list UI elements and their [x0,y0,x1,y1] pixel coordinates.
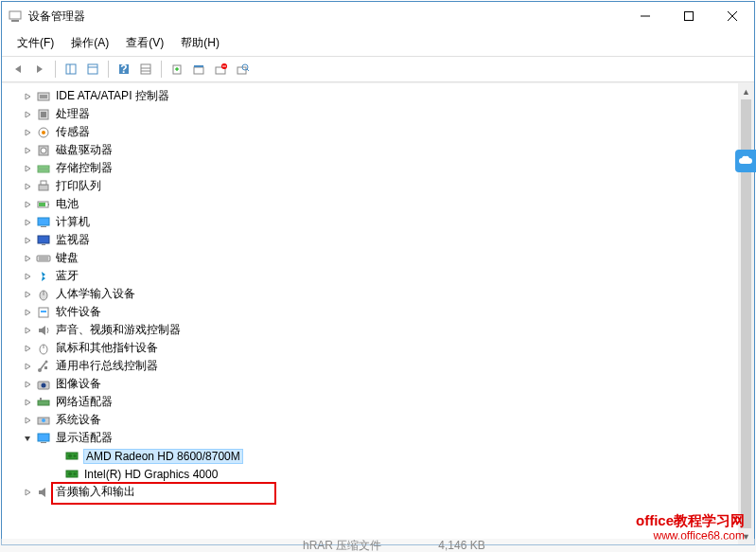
expand-icon[interactable] [21,180,34,193]
display-icon [36,431,51,446]
tree-node[interactable]: 人体学输入设备 [2,285,738,303]
tree-node-label: 声音、视频和游戏控制器 [56,322,181,338]
tree-node-label: 计算机 [56,214,90,230]
tree-node[interactable]: 监视器 [2,231,738,249]
svg-rect-40 [41,226,46,227]
svg-rect-1 [11,20,19,22]
tree-node[interactable]: 网络适配器 [2,393,738,411]
show-hide-button[interactable] [61,59,81,80]
camera-icon [36,377,51,392]
menu-help[interactable]: 帮助(H) [173,32,227,54]
expand-icon[interactable] [21,414,34,427]
cloud-tab-icon[interactable] [735,150,756,172]
tree-node-label: 打印队列 [56,178,101,194]
view-button[interactable] [135,59,156,80]
expand-icon[interactable] [21,234,34,247]
back-button[interactable] [8,59,28,80]
expand-icon[interactable] [21,306,34,319]
svg-rect-16 [194,67,203,74]
printer-icon [36,179,51,194]
tree-node[interactable]: 存储控制器 [2,159,738,177]
svg-rect-37 [48,204,49,205]
expand-icon[interactable] [21,162,34,175]
toolbar: ? [2,56,754,82]
update-driver-button[interactable] [167,59,187,80]
tree-node-label: 处理器 [56,106,90,122]
svg-rect-49 [41,311,46,312]
device-tree[interactable]: IDE ATA/ATAPI 控制器处理器传感器磁盘驱动器存储控制器打印队列电池计… [2,83,738,544]
svg-rect-62 [38,434,49,441]
tree-node[interactable]: 处理器 [2,105,738,123]
tree-node-label: 存储控制器 [56,160,113,176]
tree-node[interactable]: 键盘 [2,249,738,267]
expand-icon[interactable] [21,288,34,301]
svg-rect-17 [194,65,203,67]
svg-rect-35 [41,181,46,185]
tree-node-label: 软件设备 [56,304,101,320]
tree-node[interactable]: 系统设备 [2,411,738,429]
tree-node[interactable]: IDE ATA/ATAPI 控制器 [2,87,738,105]
computer-icon [36,215,51,230]
minimize-button[interactable] [624,2,667,30]
sound-icon [36,323,51,338]
expand-icon[interactable] [21,270,34,283]
expand-icon[interactable] [21,90,34,103]
sensor-icon [36,125,51,140]
svg-point-29 [42,131,45,134]
tree-node[interactable]: 音频输入和输出 [2,483,738,501]
tree-child-node[interactable]: Intel(R) HD Graphics 4000 [2,465,738,483]
disable-button[interactable] [210,59,231,80]
tree-node[interactable]: 鼠标和其他指针设备 [2,339,738,357]
gpu-icon [64,467,79,482]
svg-rect-27 [41,112,46,117]
svg-rect-12 [141,64,150,74]
scan-hardware-button[interactable] [232,59,253,80]
expand-icon[interactable] [21,324,34,337]
menu-view[interactable]: 查看(V) [118,32,171,54]
tree-node[interactable]: 计算机 [2,213,738,231]
tree-node[interactable]: 电池 [2,195,738,213]
help-button[interactable]: ? [114,59,134,80]
collapse-icon[interactable] [21,432,34,445]
expand-icon[interactable] [21,342,34,355]
menu-file[interactable]: 文件(F) [9,32,62,54]
properties-button[interactable] [82,59,103,80]
svg-point-54 [45,360,48,363]
tree-node[interactable]: 声音、视频和游戏控制器 [2,321,738,339]
expand-icon[interactable] [21,378,34,391]
expand-icon[interactable] [21,360,34,373]
expand-icon[interactable] [21,108,34,121]
expand-icon[interactable] [21,126,34,139]
uninstall-button[interactable] [188,59,209,80]
expand-icon[interactable] [21,144,34,157]
svg-point-68 [68,472,72,475]
expand-icon[interactable] [21,396,34,409]
tree-node[interactable]: 传感器 [2,123,738,141]
svg-rect-55 [44,366,47,369]
forward-button[interactable] [29,59,50,80]
svg-rect-34 [39,185,48,190]
tree-child-node[interactable]: AMD Radeon HD 8600/8700M [2,447,738,465]
tree-node-label: 鼠标和其他指针设备 [56,340,158,356]
tree-node[interactable]: 通用串行总线控制器 [2,357,738,375]
tree-node[interactable]: 显示适配器 [2,429,738,447]
tree-node[interactable]: 软件设备 [2,303,738,321]
tree-node[interactable]: 图像设备 [2,375,738,393]
tree-node-label: 网络适配器 [56,394,113,410]
tree-node[interactable]: 磁盘驱动器 [2,141,738,159]
expand-icon[interactable] [21,252,34,265]
scroll-up-button[interactable]: ▲ [738,83,754,99]
close-button[interactable] [711,2,754,30]
expand-icon[interactable] [21,216,34,229]
maximize-button[interactable] [667,2,711,30]
menu-action[interactable]: 操作(A) [63,32,116,54]
expand-icon[interactable] [21,486,34,499]
tree-node[interactable]: 蓝牙 [2,267,738,285]
window-title: 设备管理器 [28,9,624,25]
bottom-info: hRAR 压缩文件 4,146 KB [0,539,756,552]
expand-icon[interactable] [21,198,34,211]
hid-icon [36,287,51,302]
gpu-icon [64,449,79,464]
svg-line-23 [247,69,249,71]
tree-node[interactable]: 打印队列 [2,177,738,195]
